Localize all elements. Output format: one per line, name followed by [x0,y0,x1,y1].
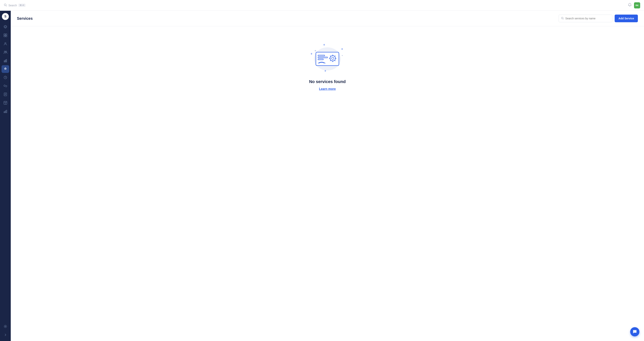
learn-more-link[interactable]: Learn more [319,87,336,91]
sidebar-item-user[interactable] [2,40,9,47]
header-actions: Add Service [558,14,638,22]
deco-dot-2 [342,55,343,56]
sidebar-item-barchart[interactable] [2,107,9,115]
svg-line-25 [563,18,564,19]
empty-state: + + + + [11,26,644,106]
sidebar-item-team[interactable] [2,48,9,56]
page-header: Services Add Service [11,11,644,26]
sidebar-bottom [2,323,9,339]
topbar-right: RK [628,2,640,8]
add-service-button[interactable]: Add Service [615,14,638,22]
app-layout: S [0,11,644,341]
empty-illustration: + + + + [308,42,346,76]
page-title: Services [17,16,32,21]
sidebar-item-settings[interactable] [2,323,9,330]
sidebar-item-layers[interactable] [2,23,9,31]
search-label: Search [8,4,17,7]
topbar: Search ⌘+K RK [0,0,644,11]
svg-rect-9 [4,61,4,62]
svg-point-7 [4,51,5,52]
search-services-input[interactable] [565,17,610,20]
svg-point-8 [6,51,7,52]
notification-bell-icon[interactable] [628,3,632,8]
search-box[interactable] [558,14,612,22]
deco-plus-2: + [310,52,312,56]
sidebar-item-services[interactable] [2,65,9,73]
sidebar-item-table[interactable] [2,99,9,107]
svg-rect-10 [5,60,6,62]
sidebar-nav [2,23,9,323]
sidebar-item-analytics[interactable] [2,57,9,64]
deco-plus-3: + [324,69,326,73]
search-icon [4,3,7,7]
sidebar-item-clock[interactable] [2,74,9,81]
svg-point-23 [5,326,6,327]
sidebar-item-reports[interactable] [2,90,9,98]
svg-rect-3 [6,34,7,35]
search-shortcut: ⌘+K [18,4,26,7]
topbar-search-area[interactable]: Search ⌘+K [4,3,628,7]
sidebar-item-dashboard[interactable] [2,31,9,39]
svg-rect-4 [4,35,5,37]
main-content: Services Add Service [11,11,644,341]
svg-rect-11 [6,59,7,62]
empty-services-illustration [315,50,340,67]
sidebar: S [0,11,11,341]
sidebar-logo[interactable]: S [2,13,9,20]
svg-rect-22 [6,110,7,113]
sidebar-item-links[interactable] [2,82,9,90]
sidebar-collapse-button[interactable] [2,331,9,339]
search-box-icon [561,17,564,20]
svg-rect-5 [6,35,7,37]
deco-plus-1: + [323,43,325,47]
svg-rect-21 [5,111,6,113]
svg-line-1 [6,5,7,6]
deco-plus-4: + [341,47,343,51]
logo-letter: S [4,15,6,18]
user-avatar[interactable]: RK [634,2,640,8]
empty-title: No services found [309,79,346,84]
svg-rect-2 [4,34,5,35]
svg-rect-20 [4,112,4,113]
chat-widget-button[interactable] [630,327,640,337]
svg-point-6 [5,42,6,44]
